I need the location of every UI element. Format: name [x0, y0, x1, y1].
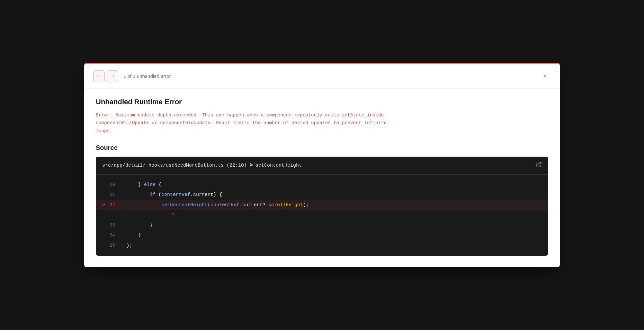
- line-separator: |: [121, 211, 127, 219]
- code-line-caret: | ^: [96, 210, 548, 220]
- line-code: }: [127, 231, 542, 240]
- line-separator: |: [121, 231, 127, 240]
- code-line-error: > 22 | setContentHeight(contentRef.curre…: [96, 200, 548, 210]
- error-message: Error: Maximum update depth exceeded. Th…: [96, 111, 548, 135]
- error-count-label: 1 of 1 unhandled error: [123, 73, 534, 79]
- line-separator: |: [121, 181, 127, 189]
- line-number: 20: [109, 181, 121, 189]
- line-indicator: [102, 211, 109, 219]
- line-code: if (contentRef.current) {: [127, 191, 542, 199]
- line-indicator: [102, 181, 109, 189]
- line-code: };: [127, 242, 542, 250]
- line-indicator: [102, 221, 109, 230]
- line-number: 23: [109, 222, 121, 229]
- chevron-right-icon: →: [110, 73, 115, 79]
- line-code: }: [127, 221, 542, 230]
- line-separator: |: [121, 191, 127, 199]
- code-line: 20 | } else {: [96, 180, 548, 190]
- error-title: Unhandled Runtime Error: [96, 98, 548, 106]
- line-number: 25: [109, 242, 121, 250]
- code-block: 20 | } else { 21 | if (contentRef.cur: [96, 175, 548, 256]
- close-button[interactable]: ×: [539, 70, 551, 82]
- line-indicator: [102, 242, 109, 250]
- line-separator: |: [121, 221, 127, 230]
- line-code: } else {: [127, 181, 542, 189]
- svg-line-0: [539, 162, 541, 165]
- external-link-icon: [536, 162, 542, 169]
- line-indicator: [102, 191, 109, 199]
- code-container: src/app/detail/_hooks/useNeedMoreButton.…: [96, 157, 548, 256]
- line-code: setContentHeight(contentRef.current?.scr…: [127, 201, 542, 209]
- line-separator: |: [121, 201, 127, 209]
- prev-error-button[interactable]: ←: [93, 70, 105, 82]
- line-number: 24: [109, 232, 121, 239]
- code-file-path: src/app/detail/_hooks/useNeedMoreButton.…: [102, 163, 302, 168]
- code-line: 21 | if (contentRef.current) {: [96, 190, 548, 200]
- code-line: 23 | }: [96, 220, 548, 231]
- modal-body: Unhandled Runtime Error Error: Maximum u…: [84, 89, 560, 267]
- line-number: [109, 211, 121, 219]
- line-indicator: [102, 231, 109, 240]
- modal-header: ← → 1 of 1 unhandled error ×: [84, 64, 560, 89]
- next-error-button[interactable]: →: [107, 70, 118, 82]
- chevron-left-icon: ←: [96, 73, 102, 79]
- open-external-button[interactable]: [536, 162, 542, 169]
- modal-overlay: ← → 1 of 1 unhandled error × Unhandled R…: [0, 0, 644, 330]
- error-modal: ← → 1 of 1 unhandled error × Unhandled R…: [84, 63, 560, 267]
- nav-buttons: ← →: [93, 70, 118, 82]
- line-code-caret: ^: [127, 211, 542, 219]
- source-heading: Source: [96, 144, 548, 151]
- close-icon: ×: [543, 72, 547, 80]
- line-indicator-error: >: [102, 201, 109, 209]
- line-number: 21: [109, 191, 121, 199]
- line-number: 22: [109, 201, 121, 209]
- line-separator: |: [121, 242, 127, 250]
- code-line: 25 | };: [96, 241, 548, 251]
- code-line: 24 | }: [96, 230, 548, 241]
- code-file-header: src/app/detail/_hooks/useNeedMoreButton.…: [96, 157, 548, 175]
